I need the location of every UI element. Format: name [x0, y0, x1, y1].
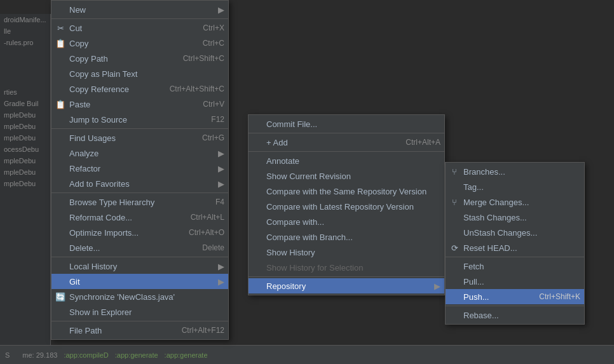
menu-item-add[interactable]: + AddCtrl+Alt+A — [249, 135, 444, 150]
sidebar-item: mpleDebu — [0, 121, 50, 132]
menu-separator — [51, 321, 228, 321]
menu-item-branches[interactable]: ⑂Branches... — [446, 164, 584, 179]
git-arrow: ▶ — [212, 277, 224, 286]
analyze-label: Analyze — [69, 149, 99, 158]
menu-item-commit-file[interactable]: Commit File... — [249, 116, 444, 131]
delete-label: Delete... — [69, 243, 100, 253]
main-context-menu: New▶✂CutCtrl+X📋CopyCtrl+CCopy PathCtrl+S… — [51, 0, 229, 340]
menu-separator — [51, 18, 228, 19]
paste-label: Paste — [69, 100, 90, 109]
menu-item-file-path[interactable]: File PathCtrl+Alt+F12 — [51, 323, 228, 338]
menu-item-show-history[interactable]: Show History — [249, 245, 444, 260]
copy-icon: 📋 — [55, 39, 65, 48]
stash-changes-label: Stash Changes... — [463, 213, 527, 222]
cut-label: Cut — [69, 24, 82, 33]
menu-item-show-current-revision[interactable]: Show Current Revision — [249, 168, 444, 184]
menu-separator — [249, 151, 444, 152]
add-to-favorites-arrow: ▶ — [212, 179, 224, 189]
menu-item-compare-with-branch[interactable]: Compare with Branch... — [249, 229, 444, 245]
menu-item-optimize-imports[interactable]: Optimize Imports...Ctrl+Alt+O — [51, 225, 228, 240]
menu-item-compare-latest-repo[interactable]: Compare with Latest Repository Version — [249, 199, 444, 214]
build-output: me: 29.183 — [22, 351, 57, 359]
menu-item-new[interactable]: New▶ — [51, 2, 228, 17]
menu-item-paste[interactable]: 📋PasteCtrl+V — [51, 97, 228, 112]
menu-item-synchronize[interactable]: 🔄Synchronize 'NewClass.java' — [51, 289, 228, 304]
menu-item-copy-plain-text[interactable]: Copy as Plain Text — [51, 66, 228, 81]
commit-file-label: Commit File... — [266, 119, 317, 129]
synchronize-icon: 🔄 — [55, 292, 65, 302]
sidebar-item: rties — [0, 86, 50, 98]
menu-item-reset-head[interactable]: ⟳Reset HEAD... — [446, 240, 584, 255]
build-generate2: :app:generate — [165, 351, 208, 359]
show-in-explorer-label: Show in Explorer — [69, 307, 132, 317]
menu-item-rebase[interactable]: Rebase... — [446, 307, 584, 323]
menu-item-merge-changes[interactable]: ⑂Merge Changes... — [446, 194, 584, 210]
build-generate1: :app:generate — [115, 351, 158, 359]
repo-context-menu: ⑂Branches...Tag...⑂Merge Changes...Stash… — [445, 162, 585, 325]
repository-label: Repository — [266, 281, 306, 291]
tag-label: Tag... — [463, 182, 484, 192]
copy-path-shortcut: Ctrl+Shift+C — [170, 54, 224, 63]
paste-shortcut: Ctrl+V — [190, 100, 224, 109]
show-history-selection-label: Show History for Selection — [266, 263, 363, 273]
merge-changes-label: Merge Changes... — [463, 198, 529, 207]
refactor-arrow: ▶ — [212, 164, 224, 173]
delete-shortcut: Delete — [189, 243, 224, 252]
menu-item-analyze[interactable]: Analyze▶ — [51, 145, 228, 161]
show-history-label: Show History — [266, 248, 315, 257]
menu-item-find-usages[interactable]: Find UsagesCtrl+G — [51, 130, 228, 145]
menu-item-stash-changes[interactable]: Stash Changes... — [446, 210, 584, 225]
paste-icon: 📋 — [55, 100, 65, 109]
unstash-changes-label: UnStash Changes... — [463, 228, 537, 238]
menu-item-copy-path[interactable]: Copy PathCtrl+Shift+C — [51, 51, 228, 66]
compare-with-branch-label: Compare with Branch... — [266, 233, 353, 242]
menu-item-unstash-changes[interactable]: UnStash Changes... — [446, 225, 584, 240]
menu-item-show-history-selection[interactable]: Show History for Selection — [249, 260, 444, 275]
menu-separator — [51, 257, 228, 257]
menu-item-add-to-favorites[interactable]: Add to Favorites▶ — [51, 176, 228, 191]
compare-with-label: Compare with... — [266, 217, 324, 227]
branches-icon: ⑂ — [449, 167, 460, 177]
sidebar-item: Gradle Buil — [0, 98, 50, 109]
status-text: S — [5, 351, 10, 359]
menu-item-copy[interactable]: 📋CopyCtrl+C — [51, 36, 228, 51]
menu-item-local-history[interactable]: Local History▶ — [51, 259, 228, 274]
copy-shortcut: Ctrl+C — [190, 39, 224, 48]
copy-path-label: Copy Path — [69, 54, 108, 64]
menu-item-reformat-code[interactable]: Reformat Code...Ctrl+Alt+L — [51, 210, 228, 225]
sidebar-item: ocessDebu — [0, 144, 50, 155]
rebase-label: Rebase... — [463, 311, 499, 320]
analyze-arrow: ▶ — [212, 149, 224, 158]
find-usages-shortcut: Ctrl+G — [189, 133, 224, 142]
annotate-label: Annotate — [266, 156, 299, 166]
menu-item-cut[interactable]: ✂CutCtrl+X — [51, 20, 228, 36]
vcs-context-menu: Commit File...+ AddCtrl+Alt+AAnnotateSho… — [248, 114, 445, 295]
sidebar-item: droidManife... — [0, 14, 50, 25]
menu-item-fetch[interactable]: Fetch — [446, 259, 584, 274]
sidebar-item: mpleDebu — [0, 109, 50, 121]
status-bar: S me: 29.183 :app:compileD :app:generate… — [0, 345, 614, 364]
jump-to-source-label: Jump to Source — [69, 115, 127, 125]
menu-item-push[interactable]: Push...Ctrl+Shift+K — [446, 289, 584, 304]
build-success: :app:compileD — [64, 351, 108, 359]
show-current-revision-label: Show Current Revision — [266, 172, 351, 181]
menu-item-annotate[interactable]: Annotate — [249, 153, 444, 168]
menu-item-delete[interactable]: Delete...Delete — [51, 240, 228, 255]
menu-item-pull[interactable]: Pull... — [446, 274, 584, 289]
reformat-code-label: Reformat Code... — [69, 213, 132, 222]
menu-item-repository[interactable]: Repository▶ — [249, 278, 444, 293]
merge-changes-icon: ⑂ — [449, 198, 460, 207]
menu-item-browse-type-hierarchy[interactable]: Browse Type HierarchyF4 — [51, 194, 228, 210]
menu-item-compare-with[interactable]: Compare with... — [249, 214, 444, 229]
menu-item-compare-same-repo[interactable]: Compare with the Same Repository Version — [249, 184, 444, 199]
menu-item-show-in-explorer[interactable]: Show in Explorer — [51, 304, 228, 320]
add-label: + Add — [266, 138, 288, 147]
menu-item-refactor[interactable]: Refactor▶ — [51, 161, 228, 176]
menu-item-tag[interactable]: Tag... — [446, 179, 584, 194]
menu-item-copy-reference[interactable]: Copy ReferenceCtrl+Alt+Shift+C — [51, 81, 228, 97]
copy-plain-text-label: Copy as Plain Text — [69, 69, 137, 79]
menu-item-git[interactable]: Git▶ — [51, 274, 228, 289]
menu-separator — [249, 133, 444, 133]
menu-item-jump-to-source[interactable]: Jump to SourceF12 — [51, 112, 228, 127]
reset-head-label: Reset HEAD... — [463, 243, 517, 253]
